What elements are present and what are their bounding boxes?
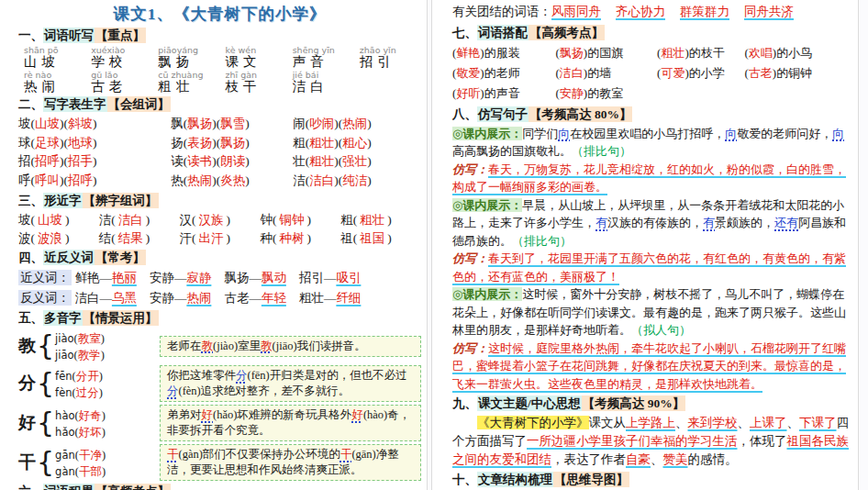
model-sentence: ◎课内展示：同学们向在校园里欢唱的小鸟打招呼，向敬爱的老师问好，向高高飘扬的国旗… [452,125,849,161]
polyphone-character: 分 [18,372,36,395]
collocation-entry: (安静)的教室 [556,84,658,104]
synonym-pair: 招引—吸引 [299,271,362,284]
hanzi: 热闹 [24,80,85,94]
unity-idiom: 群策群力 [680,5,729,18]
word-with-pinyin: cū zhuàng粗壮 [152,71,219,94]
reading-option: fèn(过分) [55,386,103,399]
character-entry: 呼(呼叫)(招呼) [18,172,171,191]
antonyms-label: 反义词： [18,290,72,306]
section-name: 词语积累 [43,484,95,490]
unity-words-line: 有关团结的词语：风雨同舟齐心协力群策群力同舟共济 [452,2,849,22]
section-tag: 【考频高达 80%】 [529,106,632,122]
hanzi: 招引 [360,55,421,69]
section-number: 二、 [18,97,43,111]
imitation-label: 仿写： [452,251,488,265]
study-notes-document: 课文1、《大青树下的小学》 一、词语听写【重点】 shān pō山坡 xuéxi… [0,0,868,490]
polyphone-entry: 分 { fēn(分开) fèn(过分) 你把这堆零件分(fēn)开归类是对的，但… [18,365,421,402]
antonyms-line: 反义词： 洁白—乌黑安静—热闹古老—年轻粗壮—纤细 [18,288,421,308]
model-label: ◎课内展示： [452,198,522,212]
unity-label: 有关团结的词语： [452,5,551,18]
character-entry: 球(足球)(地球) [18,134,171,153]
section-name: 文章结构梳理 [477,472,553,487]
section-number: 六、 [18,484,43,490]
section-heading-6: 六、词语积累【高频考点】 [18,484,421,490]
unity-idiom: 齐心协力 [616,5,665,18]
imitation-label: 仿写： [452,341,488,355]
reading-option: hǎo(好坏) [55,426,106,439]
section-tag: 【考频高达 90%】 [582,395,685,411]
section-tag: 【情景运用】 [83,310,159,326]
similar-character-entry: 汉(汉族) [180,211,261,229]
model-label: ◎课内展示： [452,287,522,301]
collocation-entry: (鲜艳)的服装 [452,43,556,63]
polyphone-readings: 干 { gān(干净) gàn(干部) [18,446,156,479]
section-name: 近反义词 [43,250,95,265]
dictation-word-grid: shān pō山坡 xuéxiào学校 piāoyáng飘扬 kè wén课文 … [18,46,421,94]
antonym-pair: 古老—年轻 [224,291,286,305]
synonym-pair: 安静—寂静 [150,271,212,284]
word-with-pinyin: shān pō山坡 [18,46,85,69]
character-entry: 闹(吵闹)(热闹) [293,115,421,134]
polyphone-readings: 教 { jiào(教室) jiāo(教学) [18,329,156,362]
similar-character-entry: 洁(洁白) [99,211,180,229]
word-with-pinyin: piāoyáng飘扬 [152,46,219,69]
theme-paragraph: 《大青树下的小学》课文从上学路上、来到学校、上课了、下课了四个方面描写了一所边疆… [452,414,849,469]
section-number: 八、 [452,107,477,121]
section-heading-4: 四、近反义词【常考】 [18,250,421,266]
word-with-pinyin: zhāo yǐn招引 [354,46,421,69]
collocation-entry: (好听)的声音 [452,84,556,104]
character-entry: 读(读书)(朗读) [171,152,293,172]
hanzi: 声音 [293,55,354,69]
polyphone-entry: 好 { hào(好奇) hǎo(好坏) 弟弟对好(hǎo)坏难辨的新奇玩具格外好… [18,405,421,441]
section-number: 五、 [18,311,43,325]
example-sentence-box: 干(gàn)部们不仅要保持办公环境的干(gān)净整洁，更要让思想和作风始终清爽… [160,444,421,481]
collocation-entry: (可爱)的小学 [657,63,744,84]
similar-character-entry: 汗(出汗) [180,229,261,248]
character-entry: 招(招呼)(招手) [18,152,171,172]
imitation-blocks: ◎课内展示：同学们向在校园里欢唱的小鸟打招呼，向敬爱的老师问好，向高高飘扬的国旗… [452,125,849,394]
polyphone-character: 教 [18,334,36,358]
section-name: 词语听写 [43,28,95,43]
section-heading-5: 五、多音字【情景运用】 [18,310,421,327]
section-heading-10: 十、文章结构梳理【思维导图】 [452,472,849,488]
imitation-sentence: 仿写：春天到了，花园里开满了五颜六色的花，有红色的，有黄色的，有紫色的，还有蓝色… [452,250,849,285]
character-words-grid: 坡(山坡)(斜坡) 飘(飘扬)(飘雪) 闹(吵闹)(热闹) 球(足球)(地球) … [18,115,421,190]
example-sentence-box: 老师在教(jiào)室里教(jiāo)我们读拼音。 [160,336,421,357]
section-name: 形近字 [43,193,83,208]
synonyms-label: 近义词： [18,270,72,285]
word-with-pinyin: shēng yīn声音 [287,46,354,69]
word-with-pinyin: kè wén课文 [219,46,286,69]
section-number: 十、 [452,473,477,486]
similar-characters-grid: 坡(山坡) 洁(洁白) 汉(汉族) 钟(铜钟) 粗(粗壮) 波(波浪) 结(结果… [18,211,421,247]
section-name: 多音字 [43,310,83,326]
similar-character-entry: 粗(粗壮) [340,211,421,229]
similar-character-entry: 坡(山坡) [18,211,99,229]
section-name: 仿写句子 [477,106,529,122]
reading-option: jiāo(教学) [55,349,105,362]
brace-glyph: { [37,411,54,435]
similar-character-entry: 结(结果) [99,229,180,248]
section-tag: 【会组词】 [107,96,172,112]
reading-option: fēn(分开) [55,370,103,383]
collocation-entry: (古老)的铜钟 [744,63,849,84]
character-entry: 飘(飘扬)(飘雪) [171,115,293,134]
example-sentence-box: 你把这堆零件分(fēn)开归类是对的，但也不必过分(fèn)追求绝对整齐，差不多… [160,365,421,402]
word-with-pinyin: xuéxiào学校 [85,46,152,69]
section-tag: 【高频考点】 [529,25,605,40]
brace-glyph: { [37,372,54,395]
section-tag: 【辨字组词】 [83,193,159,208]
collocation-entry: (洁白)的墙 [556,63,658,84]
imitation-block: ◎课内展示：这时候，窗外十分安静，树枝不摇了，鸟儿不叫了，蝴蝶停在花朵上，好像都… [452,285,849,393]
section-heading-2: 二、写字表生字【会组词】 [18,96,421,113]
collocation-entry: (欢唱)的小鸟 [744,43,849,63]
hanzi: 枝干 [225,80,286,94]
polyphone-readings: 好 { hào(好奇) hǎo(好坏) [18,406,156,440]
character-entry: 热(热闹)(炎热) [171,172,293,191]
character-entry: 坡(山坡)(斜坡) [18,115,171,134]
imitation-sentence: 仿写：春天，万物复苏，花儿竞相绽放，红的如火，粉的似霞，白的胜雪，构成了一幅绚丽… [452,161,849,196]
polyphone-entry: 干 { gān(干净) gàn(干部) 干(gàn)部们不仅要保持办公环境的干(… [18,444,421,481]
reading-option: jiào(教室) [55,332,105,345]
section-tag: 【常考】 [95,250,146,265]
page-title: 课文1、《大青树下的小学》 [18,3,421,25]
polyphone-readings: 分 { fēn(分开) fèn(过分) [18,367,156,400]
